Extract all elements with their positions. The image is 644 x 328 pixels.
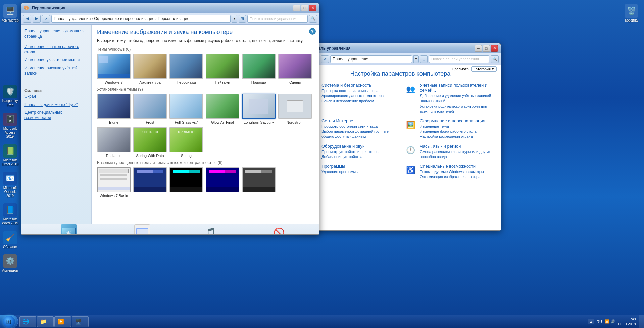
theme-hc2[interactable] bbox=[133, 167, 167, 198]
tray-volume[interactable]: 🔊 bbox=[611, 319, 615, 324]
tray-expand[interactable]: ▲ bbox=[588, 319, 594, 324]
cp-clock-link1[interactable]: Смена раскладки клавиатуры или других сп… bbox=[420, 149, 495, 160]
theme-chars[interactable]: Персонажи bbox=[169, 54, 203, 84]
theme-spring[interactable]: X PROJECT Spring bbox=[169, 127, 203, 158]
cp-minimize-button[interactable]: ─ bbox=[475, 45, 482, 52]
cp-titlebar[interactable]: 🖥️ Панель управления ─ □ ✕ bbox=[300, 43, 501, 53]
pers-back-button[interactable]: ◀ bbox=[23, 15, 31, 23]
desktop-icon-word[interactable]: 📘 Microsoft Word 2019 bbox=[1, 202, 19, 227]
pers-close-button[interactable]: ✕ bbox=[309, 5, 316, 11]
cp-network-title[interactable]: Сеть и Интернет bbox=[321, 118, 397, 123]
cp-body: Просмотр: Категория ▼ Настройка параметр… bbox=[300, 65, 501, 230]
taskbar-misc[interactable]: 🖥️ bbox=[72, 316, 89, 327]
desktop-icon-access[interactable]: 🗄️ Microsoft Access 2019 bbox=[1, 112, 19, 140]
desktop-icon-ccleaner[interactable]: 🧹 CCleaner bbox=[1, 230, 19, 250]
pers-maximize-button[interactable]: □ bbox=[301, 5, 308, 11]
pers-refresh-button[interactable]: ⟳ bbox=[42, 15, 50, 23]
theme-hc3[interactable] bbox=[169, 167, 203, 198]
sidebar-home-link[interactable]: Панель управления - домашняя страница bbox=[24, 29, 88, 39]
toolbar-screensaver[interactable]: 🚫 Заставка Отсутствует bbox=[269, 224, 288, 235]
cp-close-button[interactable]: ✕ bbox=[491, 45, 498, 52]
theme-fullglass[interactable]: Full Glass vs7 bbox=[169, 94, 203, 124]
cp-accounts-link1[interactable]: Добавление и удаление учётных записей по… bbox=[420, 93, 495, 104]
toolbar-color[interactable]: Цвет окна Другой bbox=[134, 224, 151, 235]
taskbar-ie[interactable]: 🌐 bbox=[19, 316, 36, 327]
cp-system-title[interactable]: Система и безопасность bbox=[321, 83, 384, 88]
cp-search-field[interactable]: Поиск в панели управления bbox=[429, 55, 489, 63]
toolbar-wallpaper[interactable]: 🏔️ Фон рабочего стола Sway bbox=[52, 224, 86, 235]
cp-view-dropdown[interactable]: Категория ▼ bbox=[471, 66, 497, 72]
taskbar-clock[interactable]: 1:49 11.10.2019 bbox=[617, 317, 639, 326]
theme-glowair[interactable]: Glow Air Final bbox=[206, 94, 239, 124]
sidebar-link-icons[interactable]: Изменение значков рабочего стола bbox=[24, 44, 88, 55]
cp-hardware-link2[interactable]: Добавление устройства bbox=[321, 154, 379, 159]
pers-titlebar[interactable]: 🎨 Персонализация ─ □ ✕ bbox=[21, 3, 319, 13]
cp-programs-title[interactable]: Программы bbox=[321, 164, 358, 169]
start-button[interactable]: ⊞ bbox=[0, 315, 18, 328]
sidebar-link-taskbar[interactable]: Панель задач и меню "Пуск" bbox=[24, 102, 88, 108]
sidebar-link-account[interactable]: Изменение рисунка учётной записи bbox=[24, 66, 88, 76]
cp-appearance-link2[interactable]: Изменение фона рабочего стола bbox=[420, 129, 485, 134]
pers-view-button[interactable]: ⊞ bbox=[239, 15, 246, 23]
theme-elune[interactable]: Elune bbox=[97, 94, 131, 124]
theme-win7[interactable]: Windows 7 bbox=[97, 54, 131, 84]
cp-accessibility-link2[interactable]: Оптимизация изображения на экране bbox=[420, 174, 485, 179]
theme-radiance[interactable]: Radiance bbox=[97, 127, 131, 158]
desktop-icon-computer[interactable]: 🖥️ Компьютер bbox=[1, 3, 19, 24]
help-button[interactable]: ? bbox=[309, 28, 316, 35]
cp-network-link1[interactable]: Просмотр состояния сети и задач bbox=[321, 124, 397, 129]
show-desktop-button[interactable] bbox=[639, 315, 644, 328]
cp-refresh-button[interactable]: ⟳ bbox=[321, 55, 329, 63]
theme-hc4[interactable] bbox=[206, 167, 239, 198]
cp-address-field[interactable]: Панель управления bbox=[330, 55, 412, 63]
taskbar-wmp[interactable]: ▶️ bbox=[54, 316, 71, 327]
theme-frost[interactable]: Frost bbox=[133, 94, 167, 124]
theme-arch[interactable]: Архитектура bbox=[133, 54, 167, 84]
desktop-icon-activator[interactable]: ⚙️ Активатор bbox=[1, 253, 19, 274]
cp-programs-link1[interactable]: Удаление программы bbox=[321, 169, 358, 174]
pers-search-button[interactable]: 🔍 bbox=[309, 15, 317, 23]
taskbar-explorer[interactable]: 📁 bbox=[37, 316, 54, 327]
theme-hc5[interactable] bbox=[242, 167, 276, 198]
cp-system-link1[interactable]: Проверка состояния компьютера bbox=[321, 88, 384, 93]
tray-network[interactable]: 📶 bbox=[605, 319, 609, 324]
cp-search-button[interactable]: 🔍 bbox=[491, 55, 499, 63]
desktop-icon-kaspersky[interactable]: 🛡️ Kaspersky Free bbox=[1, 84, 19, 108]
cp-accessibility-link1[interactable]: Рекомендуемые Windows параметры bbox=[420, 169, 485, 174]
toolbar-sounds[interactable]: 🎵 Звуки По умолчанию bbox=[199, 224, 222, 235]
tray-lang[interactable]: RU bbox=[595, 320, 603, 324]
desktop-icon-outlook[interactable]: 📧 Microsoft Outlook 2019 bbox=[1, 171, 19, 199]
theme-scenes[interactable]: Сцены bbox=[278, 54, 312, 84]
desktop-icon-recycle[interactable]: 🗑️ Корзина bbox=[622, 3, 641, 24]
theme-longhorn[interactable]: Longhorn Savoury bbox=[242, 94, 276, 124]
sidebar-link-cursors[interactable]: Изменение указателей мыши bbox=[24, 57, 88, 63]
cp-maximize-button[interactable]: □ bbox=[483, 45, 490, 52]
theme-hc1[interactable]: Windows 7 Basic bbox=[97, 167, 131, 198]
pers-address-field[interactable]: Панель управления › Оформление и персона… bbox=[51, 15, 231, 23]
cp-clock-title[interactable]: Часы, язык и регион bbox=[420, 144, 495, 149]
cp-system-link3[interactable]: Поиск и исправление проблем bbox=[321, 99, 384, 104]
theme-nature[interactable]: Природа bbox=[242, 54, 276, 84]
cp-address-dropdown[interactable]: ▼ bbox=[413, 55, 419, 63]
cp-system-link2[interactable]: Архивирование данных компьютера bbox=[321, 93, 384, 98]
cp-view-button[interactable]: ⊞ bbox=[420, 55, 428, 63]
theme-spring-data[interactable]: X PROJECT Spring With Data bbox=[133, 127, 167, 158]
cp-hardware-link1[interactable]: Просмотр устройств и принтеров bbox=[321, 149, 379, 154]
pers-minimize-button[interactable]: ─ bbox=[293, 5, 300, 11]
cp-accessibility-title[interactable]: Специальные возможности bbox=[420, 164, 485, 169]
cp-accounts-title[interactable]: Учётные записи пользователей и семей... bbox=[420, 83, 495, 93]
cp-appearance-link1[interactable]: Изменение темы bbox=[420, 124, 485, 129]
sidebar-link-accessibility[interactable]: Центр специальных возможностей bbox=[24, 110, 88, 120]
theme-nordstrom[interactable]: Nordstrom bbox=[278, 94, 312, 124]
cp-hardware-title[interactable]: Оборудование и звук bbox=[321, 144, 379, 149]
cp-appearance-title[interactable]: Оформление и персонализация bbox=[420, 118, 485, 123]
pers-search-field[interactable]: Поиск в панели управления bbox=[247, 15, 308, 23]
pers-address-dropdown[interactable]: ▼ bbox=[232, 15, 237, 23]
cp-accounts-link2[interactable]: Установка родительского контроля для все… bbox=[420, 104, 495, 114]
cp-network-link2[interactable]: Выбор параметров домашней группы и общег… bbox=[321, 129, 397, 139]
theme-landscapes[interactable]: Пейзажи bbox=[206, 54, 239, 84]
desktop-icon-excel[interactable]: 📗 Microsoft Excel 2019 bbox=[1, 143, 19, 167]
sidebar-link-screen[interactable]: Экран bbox=[24, 94, 88, 99]
pers-forward-button[interactable]: ▶ bbox=[33, 15, 41, 23]
cp-appearance-link3[interactable]: Настройка разрешения экрана bbox=[420, 134, 485, 139]
